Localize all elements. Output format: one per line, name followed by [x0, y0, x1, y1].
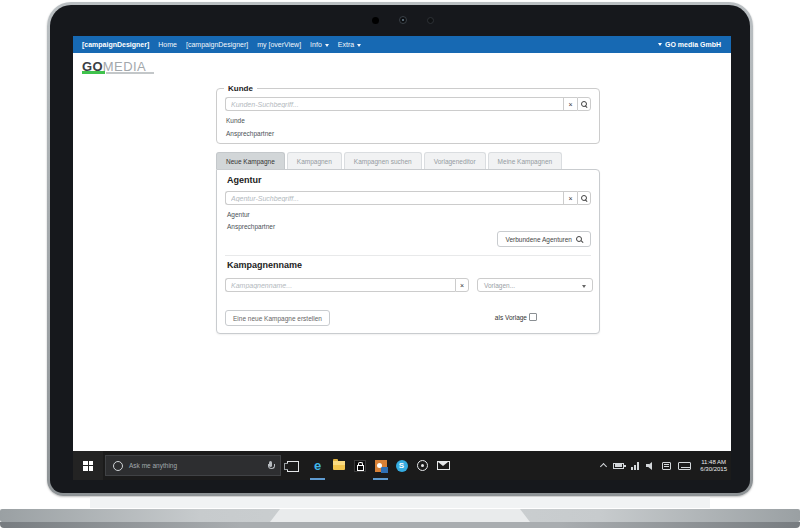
tab-neue-kampagne[interactable]: Neue Kampagne [216, 152, 285, 169]
search-icon [576, 236, 583, 243]
campaign-tabs: Neue Kampagne Kampagnen Kampagnen suchen… [216, 152, 562, 169]
as-template-label: als Vorlage [495, 314, 527, 321]
network-icon[interactable] [631, 462, 639, 470]
outlook-icon [375, 460, 387, 472]
windows-taskbar: Ask me anything e [73, 451, 731, 480]
app-navbar: [campaignDesigner] Home [campaignDesigne… [73, 36, 731, 53]
clear-icon[interactable]: × [563, 97, 577, 111]
system-tray: 11:48 AM 6/30/2015 [601, 459, 727, 473]
taskbar-clock[interactable]: 11:48 AM 6/30/2015 [700, 459, 727, 473]
touch-keyboard-icon[interactable] [678, 462, 691, 470]
task-view-button[interactable] [281, 451, 303, 480]
battery-icon[interactable] [613, 463, 624, 469]
nav-item-extra[interactable]: Extra [338, 41, 361, 48]
tab-kampagnen[interactable]: Kampagnen [287, 152, 342, 169]
agentur-search-input[interactable] [225, 191, 563, 205]
skype-app-button[interactable]: S [391, 451, 412, 480]
tab-kampagnen-suchen[interactable]: Kampagnen suchen [344, 152, 422, 169]
active-app-indicator [373, 478, 388, 480]
neue-kampagne-panel: Agentur × Agentur Ansprechpartner Verbun… [216, 169, 600, 334]
sensor-dot-icon [427, 17, 434, 24]
sensor-dot-icon [372, 17, 379, 24]
create-campaign-button[interactable]: Eine neue Kampagne erstellen [225, 310, 330, 326]
speaker-icon[interactable] [646, 462, 655, 470]
microphone-icon[interactable] [268, 461, 273, 471]
chevron-down-icon [582, 285, 586, 288]
circle-app-button[interactable] [412, 451, 433, 480]
nav-account-menu[interactable]: GO media GmbH [655, 41, 721, 48]
kampagnenname-heading: Kampagnenname [227, 260, 302, 270]
nav-item-my-overview[interactable]: my [overView] [257, 41, 301, 48]
screen-display: [campaignDesigner] Home [campaignDesigne… [73, 36, 731, 480]
kunde-search-input[interactable] [225, 97, 563, 111]
circle-app-icon [417, 460, 428, 471]
kunde-legend: Kunde [224, 84, 257, 93]
as-template-checkbox[interactable] [529, 313, 537, 321]
edge-app-button[interactable]: e [307, 451, 328, 480]
file-explorer-button[interactable] [328, 451, 349, 480]
chevron-down-icon [325, 44, 329, 47]
cortana-search-box[interactable]: Ask me anything [105, 455, 281, 476]
tray-chevron-up-icon[interactable] [600, 463, 607, 470]
active-app-indicator [310, 478, 325, 480]
kampagnenname-row: × Vorlagen... [225, 278, 593, 292]
search-icon [581, 195, 588, 202]
verbundene-agenturen-button[interactable]: Verbundene Agenturen [497, 231, 591, 247]
kampagnenname-group: × [225, 278, 469, 292]
agentur-search-group: × [225, 191, 591, 205]
agentur-label: Agentur [227, 211, 250, 218]
clock-date: 6/30/2015 [700, 466, 727, 473]
action-center-icon[interactable] [662, 462, 671, 470]
navbar-brand[interactable]: [campaignDesigner] [82, 41, 149, 48]
search-icon [581, 101, 588, 108]
logo-tagline [106, 72, 154, 74]
clear-icon[interactable]: × [455, 278, 469, 292]
kunde-search-group: × [225, 97, 591, 111]
clock-time: 11:48 AM [700, 459, 727, 466]
start-button[interactable] [73, 451, 103, 480]
webcam-icon [399, 16, 407, 24]
mail-app-button[interactable] [433, 451, 454, 480]
clear-icon[interactable]: × [563, 191, 577, 205]
laptop-bezel: [campaignDesigner] Home [campaignDesigne… [50, 5, 750, 493]
laptop-frame: [campaignDesigner] Home [campaignDesigne… [47, 2, 753, 496]
mail-envelope-icon [437, 461, 450, 470]
kunde-label: Kunde [226, 117, 599, 124]
gomedia-logo: GOMEDIA [82, 57, 146, 75]
as-template-group: als Vorlage [495, 313, 537, 321]
search-icon[interactable] [577, 97, 591, 111]
laptop-base-notch [270, 509, 530, 522]
chevron-down-icon [357, 44, 361, 47]
pinned-apps: e S [307, 451, 454, 480]
outlook-app-button[interactable] [370, 451, 391, 480]
skype-icon: S [396, 460, 408, 472]
ansprechpartner-label: Ansprechpartner [227, 223, 275, 230]
nav-item-info[interactable]: Info [310, 41, 329, 48]
kampagnenname-input[interactable] [225, 278, 455, 292]
laptop-base [0, 509, 800, 522]
cortana-icon [113, 461, 123, 471]
ansprechpartner-label: Ansprechpartner [226, 130, 599, 137]
laptop-base-edge [0, 522, 800, 528]
vorlagen-select[interactable]: Vorlagen... [477, 278, 593, 292]
nav-item-home[interactable]: Home [158, 41, 177, 48]
windows-logo-icon [83, 461, 93, 471]
edge-icon: e [314, 459, 321, 472]
section-divider [225, 255, 591, 256]
cortana-placeholder: Ask me anything [129, 462, 177, 469]
folder-icon [333, 461, 345, 470]
laptop-hinge [90, 497, 710, 508]
logo-green-bar [82, 71, 105, 74]
windows-store-button[interactable] [349, 451, 370, 480]
store-bag-icon [354, 460, 366, 472]
chevron-down-icon [658, 43, 662, 46]
agentur-heading: Agentur [227, 175, 262, 185]
tab-meine-kampagnen[interactable]: Meine Kampagnen [488, 152, 563, 169]
tab-vorlageneditor[interactable]: Vorlageneditor [424, 152, 486, 169]
search-icon[interactable] [577, 191, 591, 205]
kunde-section: Kunde × Kunde Ansprechpartner [216, 84, 600, 144]
nav-item-campaigndesigner[interactable]: [campaignDesigner] [186, 41, 248, 48]
